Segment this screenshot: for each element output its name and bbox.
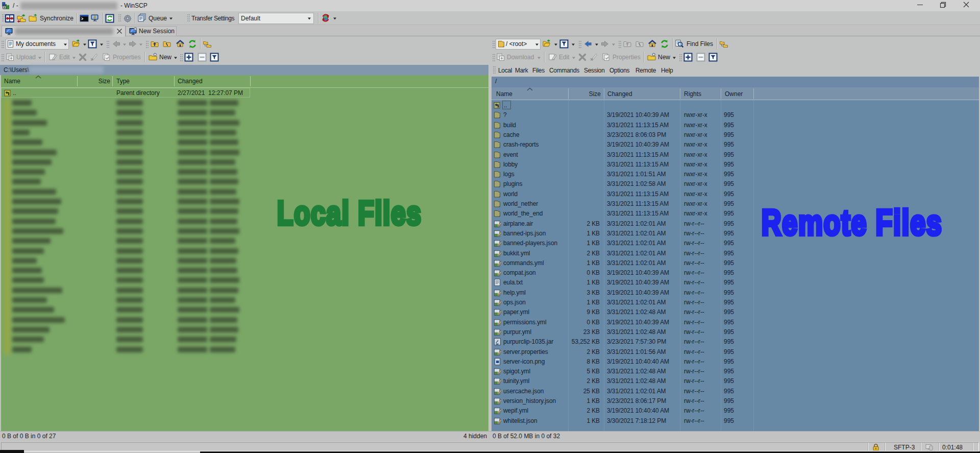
- svg-text:Remote Files: Remote Files: [762, 202, 942, 242]
- svg-text:Local Files: Local Files: [277, 194, 422, 232]
